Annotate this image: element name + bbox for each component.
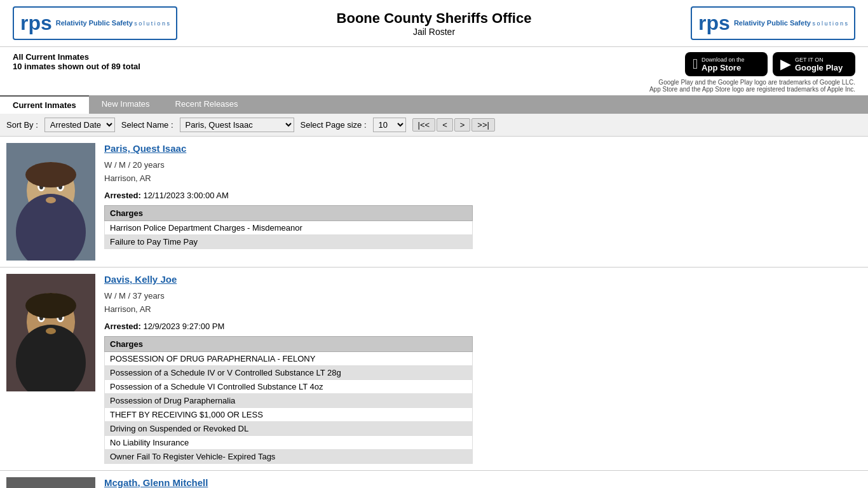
- app-download-section:  Download on the App Store ▶ GET IT ON …: [649, 52, 855, 93]
- page-title: Boone County Sheriffs Office: [337, 10, 532, 27]
- charge-item: No Liability Insurance: [105, 435, 473, 449]
- nav-tabs: Current Inmates New Inmates Recent Relea…: [0, 95, 868, 114]
- logo-relativity-left: Relativity Public Safety: [56, 19, 133, 27]
- svg-point-8: [25, 162, 76, 187]
- inmate-photo-svg: [6, 477, 95, 488]
- charges-header: Charges: [105, 336, 473, 351]
- page-header: rps Relativity Public Safety s o l u t i…: [0, 0, 868, 47]
- inmate-list: Paris, Quest IsaacW / M / 20 yearsHarris…: [0, 137, 868, 488]
- svg-point-17: [25, 293, 76, 318]
- svg-point-7: [46, 197, 56, 203]
- tab-recent-releases[interactable]: Recent Releases: [163, 95, 251, 114]
- charge-item: Owner Fail To Register Vehicle- Expired …: [105, 449, 473, 463]
- logo-box-right: rps Relativity Public Safety s o l u t i…: [691, 6, 855, 40]
- inmate-details: W / M / 20 yearsHarrison, AR: [104, 159, 862, 186]
- charges-table: ChargesHarrison Police Department Charge…: [104, 205, 473, 249]
- google-play-button[interactable]: ▶ GET IT ON Google Play: [773, 52, 855, 76]
- first-page-button[interactable]: |<<: [412, 118, 436, 132]
- name-select-label: Select Name :: [121, 120, 173, 130]
- charge-item: THEFT BY RECEIVING $1,000 OR LESS: [105, 407, 473, 421]
- apple-disclaimer: App Store and the App Store logo are reg…: [649, 86, 855, 93]
- logo-solutions-right: s o l u t i o n s: [812, 20, 848, 27]
- logo-text-right: Relativity Public Safety s o l u t i o n…: [734, 18, 848, 28]
- inmate-count-line2: 10 inmates shown out of 89 total: [13, 62, 140, 71]
- logo-rps-left: rps: [20, 11, 52, 35]
- pagination-buttons: |<< < > >>|: [412, 118, 495, 132]
- inmate-name[interactable]: Paris, Quest Isaac: [104, 143, 862, 154]
- next-page-button[interactable]: >: [454, 118, 471, 132]
- app-store-btn-text: Download on the App Store: [702, 57, 745, 72]
- google-disclaimer: Google Play and the Google Play logo are…: [649, 79, 855, 86]
- page-size-select[interactable]: 10 25 50 100: [373, 118, 406, 132]
- inmate-photo-svg: [6, 274, 95, 391]
- logo-relativity-right: Relativity Public Safety: [734, 19, 811, 27]
- charges-table: ChargesPOSSESSION OF DRUG PARAPHERNALIA …: [104, 336, 473, 464]
- prev-page-button[interactable]: <: [437, 118, 453, 132]
- apple-icon: : [693, 56, 698, 72]
- tab-new-inmates[interactable]: New Inmates: [89, 95, 163, 114]
- google-play-label: Google Play: [795, 63, 843, 72]
- charge-item: Driving on Suspended or Revoked DL: [105, 421, 473, 435]
- app-store-button[interactable]:  Download on the App Store: [685, 52, 768, 76]
- inmate-count-section: All Current Inmates 10 inmates shown out…: [13, 52, 140, 71]
- inmate-row: Mcgath, Glenn Mitchell: [0, 471, 868, 488]
- app-store-download-label: Download on the: [702, 57, 745, 63]
- name-select[interactable]: Paris, Quest Isaac: [180, 118, 294, 132]
- info-bar: All Current Inmates 10 inmates shown out…: [0, 47, 868, 95]
- app-store-label: App Store: [702, 63, 745, 72]
- charge-item: Possession of a Schedule VI Controlled S…: [105, 379, 473, 393]
- inmate-name[interactable]: Mcgath, Glenn Mitchell: [104, 477, 862, 488]
- tab-current-inmates[interactable]: Current Inmates: [0, 95, 89, 114]
- app-disclaimer: Google Play and the Google Play logo are…: [649, 79, 855, 93]
- logo-rps-right: rps: [698, 11, 730, 35]
- inmate-count-line1: All Current Inmates: [13, 52, 140, 62]
- last-page-button[interactable]: >>|: [471, 118, 495, 132]
- google-play-btn-text: GET IT ON Google Play: [795, 57, 843, 72]
- svg-rect-18: [6, 477, 95, 488]
- logo-left: rps Relativity Public Safety s o l u t i…: [13, 6, 177, 40]
- svg-point-16: [46, 328, 56, 334]
- sort-select[interactable]: Arrested Date Name: [44, 118, 115, 132]
- inmate-info: Davis, Kelly JoeW / M / 37 yearsHarrison…: [104, 274, 862, 464]
- sort-label: Sort By :: [6, 120, 38, 130]
- inmate-arrested-date: Arrested: 12/9/2023 9:27:00 PM: [104, 322, 862, 331]
- inmate-photo-svg: [6, 143, 95, 261]
- inmate-row: Paris, Quest IsaacW / M / 20 yearsHarris…: [0, 137, 868, 268]
- inmate-name[interactable]: Davis, Kelly Joe: [104, 274, 862, 285]
- logo-right: rps Relativity Public Safety s o l u t i…: [691, 6, 855, 40]
- inmate-info: Mcgath, Glenn Mitchell: [104, 477, 862, 488]
- charge-item: Possession of a Schedule IV or V Control…: [105, 365, 473, 379]
- logo-text-left: Relativity Public Safety s o l u t i o n…: [56, 18, 170, 28]
- header-center: Boone County Sheriffs Office Jail Roster: [337, 10, 532, 37]
- charge-item: POSSESSION OF DRUG PARAPHERNALIA - FELON…: [105, 351, 473, 365]
- page-subtitle: Jail Roster: [337, 27, 532, 37]
- charge-item: Harrison Police Department Charges - Mis…: [105, 220, 473, 234]
- app-buttons-container:  Download on the App Store ▶ GET IT ON …: [685, 52, 855, 76]
- charge-item: Possession of Drug Paraphernalia: [105, 393, 473, 407]
- charge-item: Failure to Pay Time Pay: [105, 234, 473, 248]
- inmate-info: Paris, Quest IsaacW / M / 20 yearsHarris…: [104, 143, 862, 249]
- google-play-icon: ▶: [780, 56, 791, 72]
- inmate-photo: [6, 477, 95, 488]
- google-play-download-label: GET IT ON: [795, 57, 843, 63]
- inmate-details: W / M / 37 yearsHarrison, AR: [104, 290, 862, 316]
- page-size-label: Select Page size :: [301, 120, 367, 130]
- logo-solutions-left: s o l u t i o n s: [134, 20, 170, 27]
- inmate-photo: [6, 274, 95, 391]
- charges-header: Charges: [105, 205, 473, 220]
- inmate-photo: [6, 143, 95, 261]
- inmate-arrested-date: Arrested: 12/11/2023 3:00:00 AM: [104, 191, 862, 200]
- controls-bar: Sort By : Arrested Date Name Select Name…: [0, 114, 868, 137]
- inmate-row: Davis, Kelly JoeW / M / 37 yearsHarrison…: [0, 268, 868, 471]
- logo-box-left: rps Relativity Public Safety s o l u t i…: [13, 6, 177, 40]
